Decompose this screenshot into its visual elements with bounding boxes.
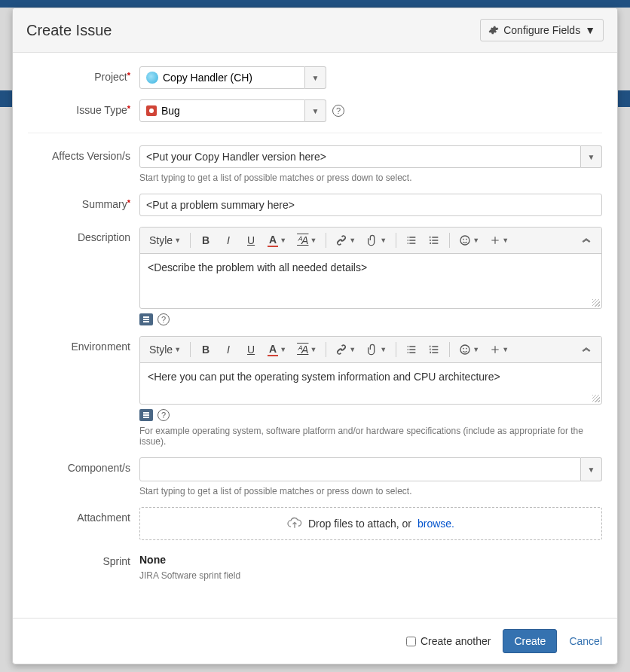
rte-number-list-button[interactable] [424,231,445,250]
project-avatar-icon [146,72,158,84]
rte-bullet-list-button[interactable] [401,340,422,359]
environment-textarea[interactable]: <Here you can put the operating system i… [140,363,601,404]
description-editor: Style▼ B I U A▼ ᴬA▼ ▼ ▼ [139,227,602,309]
help-icon[interactable]: ? [158,409,170,421]
attachment-dropzone[interactable]: Drop files to attach, or browse. [139,507,602,540]
editor-mode-button[interactable] [139,409,153,421]
create-another-checkbox[interactable]: Create another [406,635,491,647]
configure-fields-label: Configure Fields [503,24,580,36]
rte-style-button[interactable]: Style▼ [145,231,185,250]
environment-editor: Style▼ B I U A▼ ᴬA▼ ▼ ▼ ▼ [139,336,602,405]
summary-label: Summary* [28,194,139,216]
link-icon [335,344,347,356]
emoji-icon [459,344,471,356]
create-issue-dialog: Create Issue Configure Fields ▼ Project*… [12,8,618,664]
chevron-down-icon: ▼ [588,153,595,161]
environment-label: Environment [28,336,139,447]
bullet-list-icon [405,344,417,356]
issue-type-label: Issue Type* [28,99,139,122]
rte-toolbar: Style▼ B I U A▼ ᴬA▼ ▼ ▼ [140,228,601,254]
resize-handle-icon[interactable] [592,299,600,307]
resize-handle-icon[interactable] [592,395,600,402]
rte-link-button[interactable]: ▼ [331,340,360,359]
description-textarea[interactable]: <Describe the problem with all needed de… [140,254,601,308]
number-list-icon [428,344,440,356]
affects-version-hint: Start typing to get a list of possible m… [139,173,602,183]
svg-point-1 [463,239,464,240]
rte-toolbar: Style▼ B I U A▼ ᴬA▼ ▼ ▼ ▼ [140,337,601,363]
configure-fields-button[interactable]: Configure Fields ▼ [480,19,604,41]
attachment-icon [366,344,378,356]
rte-attachment-button[interactable]: ▼ [362,231,391,250]
affects-version-dropdown-button[interactable]: ▼ [581,145,602,168]
create-button[interactable]: Create [503,629,557,653]
number-list-icon [428,234,440,246]
rte-collapse-button[interactable] [576,232,597,249]
rte-emoji-button[interactable]: ▼ [454,231,484,250]
rte-more-button[interactable]: ▼ [485,231,513,250]
chevron-down-icon: ▼ [585,24,595,36]
emoji-icon [459,234,471,246]
affects-version-input[interactable]: <Put your Copy Handler version here> [139,145,581,168]
browse-link[interactable]: browse. [417,518,454,530]
rte-underline-button[interactable]: U [240,231,261,250]
section-divider [28,133,602,133]
sprint-value: None [139,551,602,566]
rte-collapse-button[interactable] [576,341,597,358]
plus-icon [490,235,500,246]
rte-number-list-button[interactable] [424,340,445,359]
bullet-list-icon [405,234,417,246]
environment-hint: For example operating system, software p… [139,426,602,447]
summary-input[interactable] [139,194,602,216]
cancel-button[interactable]: Cancel [569,635,602,647]
upload-icon [287,517,302,530]
collapse-icon [580,345,592,354]
help-icon[interactable]: ? [158,313,170,325]
rte-text-color-button[interactable]: A▼ [263,231,291,250]
project-value: Copy Handler (CH) [163,72,252,84]
rte-link-button[interactable]: ▼ [331,231,360,250]
rte-bullet-list-button[interactable] [401,231,422,250]
rte-emoji-button[interactable]: ▼ [454,340,484,359]
dialog-header: Create Issue Configure Fields ▼ [13,8,617,53]
rte-more-button[interactable]: ▼ [485,340,513,359]
attachment-label: Attachment [28,507,139,540]
create-another-input[interactable] [406,637,416,646]
issue-type-dropdown-button[interactable]: ▼ [305,99,326,122]
components-label: Component/s [28,457,139,496]
attachment-icon [366,234,378,246]
components-hint: Start typing to get a list of possible m… [139,486,602,496]
plus-icon [490,344,500,355]
rte-italic-button[interactable]: I [218,231,239,250]
rte-underline-button[interactable]: U [240,340,261,359]
components-dropdown-button[interactable]: ▼ [581,457,602,481]
editor-mode-button[interactable] [139,313,153,325]
help-icon[interactable]: ? [332,105,344,117]
rte-text-color-button[interactable]: A▼ [263,340,291,359]
dropzone-text: Drop files to attach, or [308,518,411,530]
project-dropdown-button[interactable]: ▼ [305,66,326,89]
rte-clear-format-button[interactable]: ᴬA▼ [292,340,321,359]
svg-point-2 [466,239,467,240]
components-input[interactable] [139,457,581,481]
collapse-icon [580,236,592,245]
rte-attachment-button[interactable]: ▼ [362,340,391,359]
issue-type-select[interactable]: Bug [139,99,305,122]
bug-icon [146,105,157,116]
description-label: Description [28,227,139,325]
project-label: Project* [28,66,139,89]
rte-bold-button[interactable]: B [195,231,216,250]
project-select[interactable]: Copy Handler (CH) [139,66,305,89]
sprint-label: Sprint [28,551,139,581]
rte-style-button[interactable]: Style▼ [145,340,185,359]
dialog-title: Create Issue [26,22,112,39]
svg-point-4 [463,348,464,350]
rte-clear-format-button[interactable]: ᴬA▼ [292,231,321,250]
chevron-down-icon: ▼ [312,107,320,115]
chevron-down-icon: ▼ [588,466,595,474]
svg-point-5 [466,348,467,350]
rte-italic-button[interactable]: I [218,340,239,359]
rte-bold-button[interactable]: B [195,340,216,359]
chevron-down-icon: ▼ [312,74,320,82]
svg-point-0 [460,236,469,245]
